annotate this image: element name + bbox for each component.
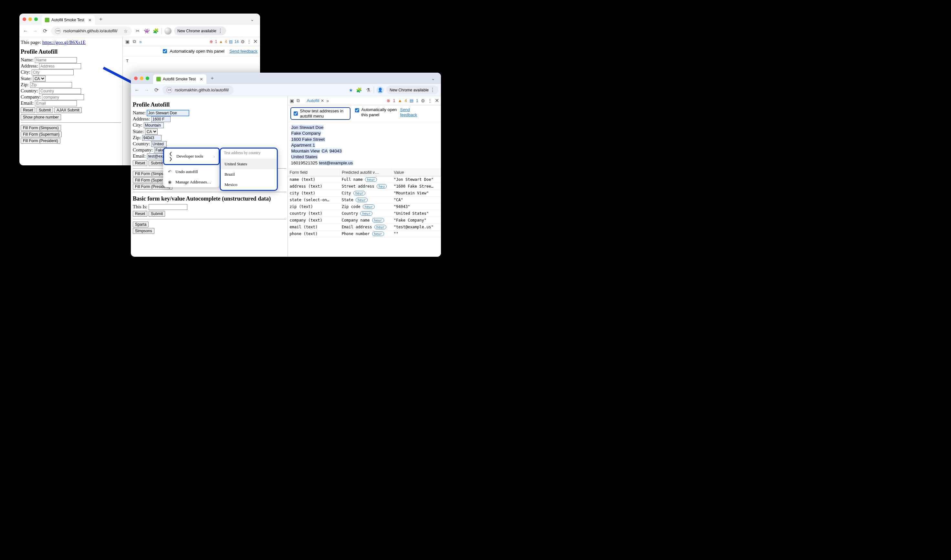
fill-simpsons-button[interactable]: Fill Form (Simpsons) [21,125,61,131]
table-row[interactable]: phone (text)Phone number heur"" [288,230,441,237]
table-row[interactable]: company (text)Company name heur"Fake Com… [288,217,441,223]
undo-autofill-item[interactable]: ↶ Undo autofill [163,167,220,177]
error-icon[interactable]: ⊗ [210,39,213,44]
bookmark-star-icon[interactable]: ☆ [124,28,128,34]
city-input[interactable] [144,122,164,128]
country-mexico-item[interactable]: Mexico [221,180,277,190]
company-input[interactable] [42,94,84,100]
thisis-input[interactable] [149,204,187,210]
submit-button-2[interactable]: Submit [149,211,165,217]
new-tab-button[interactable]: ＋ [210,75,215,82]
device-mode-icon[interactable]: ⧉ [133,39,136,44]
sparta-button[interactable]: Sparta [133,222,149,228]
more-tabs-icon[interactable]: » [326,98,329,103]
tab-close-icon[interactable]: ✕ [88,18,92,23]
country-brazil-item[interactable]: Brazil [221,169,277,180]
address-bar[interactable]: ⊶ rsolomakhin.github.io/autofill/ ☆ [51,26,132,35]
table-row[interactable]: zip (text)Zip code heur"94043" [288,203,441,210]
table-row[interactable]: name (text)Full name heur"Jon Stewart Do… [288,176,441,183]
browser-tab[interactable]: Autofill Smoke Test ✕ [42,15,95,25]
country-input[interactable] [39,88,81,94]
country-input[interactable] [151,141,167,147]
profile-avatar[interactable] [165,28,172,35]
reload-button[interactable]: ⟳ [42,28,48,34]
auto-open-checkbox[interactable] [355,108,359,112]
more-tabs-icon[interactable]: » [139,39,142,44]
name-input[interactable] [147,110,189,116]
close-window-icon[interactable] [23,17,26,21]
reset-button-2[interactable]: Reset [133,211,147,217]
reload-button[interactable]: ⟳ [153,87,160,93]
new-tab-button[interactable]: ＋ [98,16,103,23]
email-input[interactable] [35,100,77,106]
col-value[interactable]: Value [392,169,441,176]
site-info-icon[interactable]: ⊶ [166,87,172,93]
reset-button[interactable]: Reset [133,160,147,166]
ajax-submit-button[interactable]: AJAX Submit [54,107,82,113]
site-info-icon[interactable]: ⊶ [55,28,61,34]
auto-open-checkbox[interactable] [163,49,167,53]
address-input[interactable] [39,63,81,69]
gear-icon[interactable]: ⚙ [421,98,425,103]
info-icon[interactable]: ▤ [409,98,414,103]
kebab-icon[interactable]: ⋮ [428,98,432,103]
tab-search-icon[interactable]: ⌄ [248,15,257,23]
table-row[interactable]: address (text)Street address heu"1600 Fa… [288,183,441,189]
browser-tab[interactable]: Autofill Smoke Test ✕ [153,74,206,84]
fill-president-button[interactable]: Fill Form (President) [21,138,60,144]
back-button[interactable]: ← [22,28,29,34]
name-input[interactable] [35,57,77,63]
show-phone-button[interactable]: Show phone number [21,114,61,120]
table-row[interactable]: city (text)City heur"Mountain View" [288,189,441,196]
country-us-item[interactable]: United States [221,159,277,169]
tab-close-icon[interactable]: ✕ [200,77,203,82]
forward-button[interactable]: → [32,28,39,34]
close-tab-icon[interactable]: ✕ [321,98,324,103]
developer-tools-item[interactable]: ❮ ❯ Developer tools › [163,148,220,165]
send-feedback-link[interactable]: Send feedback [400,107,423,117]
state-select[interactable]: CA [33,75,46,82]
labs-icon[interactable]: ⚗︎ [365,87,371,93]
kebab-icon[interactable]: ⋮ [247,39,251,44]
bookmark-star-icon[interactable]: ★ [349,88,353,93]
info-icon[interactable]: ▤ [229,39,232,44]
profile-avatar[interactable]: 👤 [377,86,384,94]
autofill-tab[interactable]: Autofill ✕ [307,98,324,103]
state-select[interactable]: CA [145,129,158,135]
table-row[interactable]: country (text)Country heur"United States… [288,210,441,217]
this-page-link[interactable]: https://goo.gl/B6Xs1E [42,40,86,45]
puzzle-icon[interactable]: 🧩 [355,87,362,93]
minimize-window-icon[interactable] [140,77,143,80]
reset-button[interactable]: Reset [21,107,35,113]
back-button[interactable]: ← [134,87,140,93]
table-row[interactable]: email (text)Email address heur"test@exam… [288,223,441,230]
send-feedback-link[interactable]: Send feedback [229,49,257,54]
update-chrome-button[interactable]: New Chrome available ⋮ [386,86,439,94]
col-predicted[interactable]: Predicted autofill v… [340,169,392,176]
gear-icon[interactable]: ⚙ [241,39,245,44]
tab-search-icon[interactable]: ⌄ [429,75,438,82]
address-input[interactable] [151,116,171,122]
warning-icon[interactable]: ▲ [219,39,223,44]
city-input[interactable] [32,69,74,75]
update-chrome-button[interactable]: New Chrome available ⋮ [174,26,226,35]
inspect-icon[interactable]: ▣ [290,98,294,103]
error-icon[interactable]: ⊗ [387,98,390,103]
simpsons-button[interactable]: Simpsons [133,228,154,234]
close-devtools-icon[interactable]: ✕ [253,38,257,45]
puzzle-icon[interactable]: 🧩 [152,28,159,34]
table-row[interactable]: state (select-on…State heur"CA" [288,196,441,203]
show-test-addresses-checkbox[interactable] [294,111,298,115]
col-form-field[interactable]: Form field [288,169,340,176]
fill-superman-button[interactable]: Fill Form (Superman) [21,131,62,137]
maximize-window-icon[interactable] [34,17,38,21]
device-mode-icon[interactable]: ⧉ [297,98,300,103]
cut-icon[interactable]: ✂︎ [134,28,141,34]
inspect-icon[interactable]: ▣ [125,39,129,44]
close-devtools-icon[interactable]: ✕ [435,97,439,104]
close-window-icon[interactable] [134,77,138,80]
extension-icon[interactable]: 👾 [143,28,150,34]
minimize-window-icon[interactable] [28,17,32,21]
zip-input[interactable] [142,135,162,141]
submit-button[interactable]: Submit [37,107,53,113]
